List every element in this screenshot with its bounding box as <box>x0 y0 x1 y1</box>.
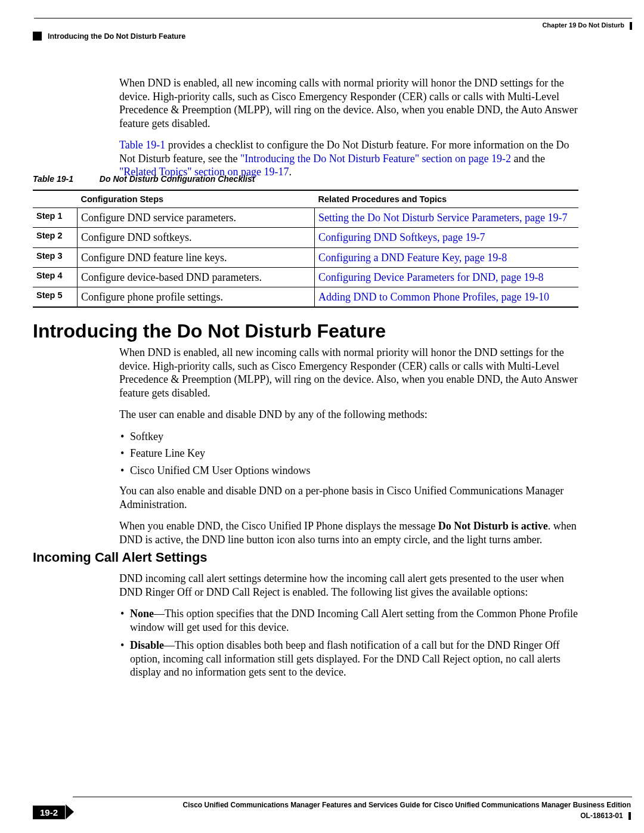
intro-p4a: When you enable DND, the Cisco Unified I… <box>119 520 438 532</box>
step-label: Step 5 <box>33 287 78 308</box>
header-end-bar-icon <box>630 22 632 30</box>
step-label: Step 1 <box>33 208 78 228</box>
header-rule <box>34 18 632 18</box>
option-disable-label: Disable <box>130 639 164 651</box>
table-caption-title: Do Not Disturb Configuration Checklist <box>100 174 255 184</box>
footer-doc-number-text: OL-18613-01 <box>580 812 623 820</box>
link-table-19-1[interactable]: Table 19-1 <box>119 139 165 151</box>
col-empty <box>33 190 78 208</box>
col-config-steps: Configuration Steps <box>78 190 315 208</box>
header-chapter: Chapter 19 Do Not Disturb <box>542 21 632 30</box>
config-step-text: Configure DND feature line keys. <box>78 247 315 267</box>
config-step-text: Configure device-based DND parameters. <box>78 267 315 287</box>
link-dnd-service-params[interactable]: Setting the Do Not Disturb Service Param… <box>318 212 567 224</box>
footer-guide-title: Cisco Unified Communications Manager Fea… <box>183 801 631 809</box>
list-item: Feature Line Key <box>130 447 578 460</box>
table-header-row: Configuration Steps Related Procedures a… <box>33 190 578 208</box>
link-dnd-phone-profiles[interactable]: Adding DND to Common Phone Profiles, pag… <box>318 291 549 303</box>
list-item: Cisco Unified CM User Options windows <box>130 464 578 478</box>
link-dnd-device-params[interactable]: Configuring Device Parameters for DND, p… <box>318 271 543 283</box>
config-step-text: Configure DND service parameters. <box>78 208 315 228</box>
intro-section-p2: The user can enable and disable DND by a… <box>119 408 578 422</box>
step-label: Step 2 <box>33 228 78 247</box>
table-row: Step 5 Configure phone profile settings.… <box>33 287 578 308</box>
alert-options-list: None—This option specifies that the DND … <box>119 607 578 679</box>
table-row: Step 3 Configure DND feature line keys. … <box>33 247 578 267</box>
config-checklist-table: Configuration Steps Related Procedures a… <box>33 190 578 308</box>
dnd-methods-list: Softkey Feature Line Key Cisco Unified C… <box>119 430 578 478</box>
link-intro-section[interactable]: "Introducing the Do Not Disturb Feature"… <box>240 153 511 165</box>
intro-section-p3: You can also enable and disable DND on a… <box>119 484 578 511</box>
col-related: Related Procedures and Topics <box>315 190 579 208</box>
step-label: Step 3 <box>33 247 78 267</box>
heading-incoming-call-alert: Incoming Call Alert Settings <box>33 550 208 565</box>
table-row: Step 4 Configure device-based DND parame… <box>33 267 578 287</box>
option-disable-text: —This option disables both beep and flas… <box>130 639 561 678</box>
intro-section-p4: When you enable DND, the Cisco Unified I… <box>119 519 578 546</box>
config-step-text: Configure phone profile settings. <box>78 287 315 308</box>
config-checklist-block: Table 19-1 Do Not Disturb Configuration … <box>33 174 578 308</box>
page-number: 19-2 <box>33 806 65 819</box>
option-none-label: None <box>130 608 154 620</box>
table-row: Step 2 Configure DND softkeys. Configuri… <box>33 228 578 247</box>
intro-p4b-bold: Do Not Disturb is active <box>438 520 548 532</box>
footer-end-bar-icon <box>628 812 631 820</box>
list-item: Softkey <box>130 430 578 444</box>
intro-p2d: and the <box>511 153 545 165</box>
header-chapter-text: Chapter 19 Do Not Disturb <box>542 21 624 29</box>
alert-section-p1: DND incoming call alert settings determi… <box>119 572 578 599</box>
link-dnd-softkeys[interactable]: Configuring DND Softkeys, page 19-7 <box>318 231 485 243</box>
intro-para-1: When DND is enabled, all new incoming ca… <box>119 76 578 130</box>
header-section-title: Introducing the Do Not Disturb Feature <box>48 32 185 41</box>
heading-introducing-dnd: Introducing the Do Not Disturb Feature <box>33 320 386 342</box>
footer-doc-number: OL-18613-01 <box>580 812 631 820</box>
option-none-text: —This option specifies that the DND Inco… <box>130 608 578 633</box>
list-item: Disable—This option disables both beep a… <box>130 639 578 679</box>
step-label: Step 4 <box>33 267 78 287</box>
table-caption: Table 19-1 Do Not Disturb Configuration … <box>33 174 578 184</box>
list-item: None—This option specifies that the DND … <box>130 607 578 634</box>
footer-rule <box>73 797 632 797</box>
intro-section-p1: When DND is enabled, all new incoming ca… <box>119 346 578 400</box>
table-row: Step 1 Configure DND service parameters.… <box>33 208 578 228</box>
config-step-text: Configure DND softkeys. <box>78 228 315 247</box>
page-number-tail-icon <box>66 804 74 819</box>
table-caption-number: Table 19-1 <box>33 174 73 184</box>
intro-para-2: Table 19-1 provides a checklist to confi… <box>119 138 578 179</box>
link-dnd-feature-key[interactable]: Configuring a DND Feature Key, page 19-8 <box>318 252 507 264</box>
header-square-icon <box>33 32 42 41</box>
